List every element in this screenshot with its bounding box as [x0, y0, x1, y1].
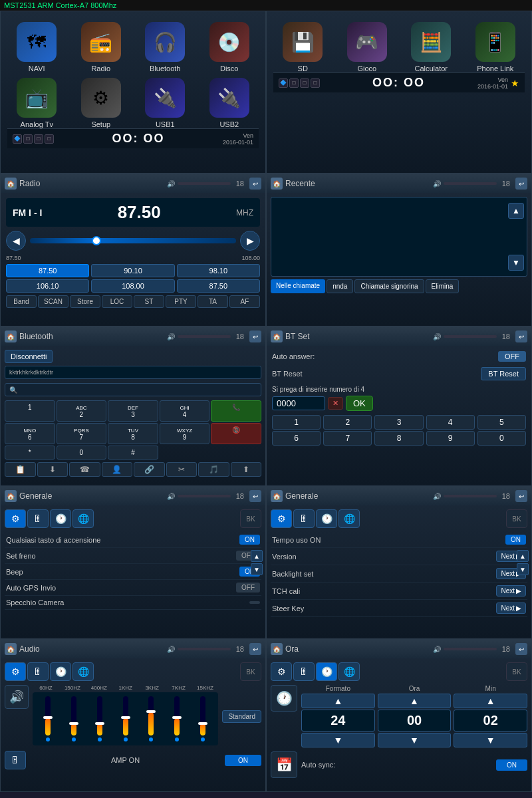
numpad-7[interactable]: PQRS7: [57, 423, 107, 444]
audio-bk[interactable]: BK: [240, 662, 261, 681]
btset-num-3[interactable]: 3: [374, 415, 423, 430]
btset-num-9[interactable]: 9: [426, 431, 475, 446]
gen1-toggle-4[interactable]: [249, 601, 260, 604]
bt-home-icon[interactable]: 🏠: [5, 331, 17, 342]
gen1-back-btn[interactable]: ↩: [249, 490, 261, 502]
ctrl-st[interactable]: ST: [134, 295, 164, 308]
numpad-0[interactable]: 0: [57, 446, 107, 460]
ora-tab-eq[interactable]: 🎚: [293, 662, 315, 681]
btset-pin-input[interactable]: [272, 396, 325, 410]
home-icon-gioco[interactable]: 🎮 Gioco: [338, 22, 397, 72]
formato-down[interactable]: ▼: [301, 733, 375, 747]
bt-back-btn[interactable]: ↩: [249, 331, 261, 342]
radio-back-btn[interactable]: ↩: [249, 178, 261, 190]
btset-pin-clear[interactable]: ✕: [328, 397, 343, 410]
numpad-hangup[interactable]: 📵: [211, 423, 261, 444]
gen1-toggle-0[interactable]: ON: [239, 535, 260, 545]
numpad-star[interactable]: *: [5, 446, 55, 460]
preset-4[interactable]: 106.10: [6, 279, 89, 293]
numpad-1[interactable]: 1: [5, 400, 55, 422]
tab-nelle-chiamate[interactable]: Nelle chiamate: [271, 279, 325, 293]
gen1-vol-slider[interactable]: [178, 495, 231, 497]
ctrl-store[interactable]: Store: [70, 295, 100, 308]
autosync-toggle[interactable]: ON: [496, 759, 527, 771]
numpad-hash[interactable]: #: [108, 446, 158, 460]
home-icon-radio[interactable]: 📻 Radio: [72, 22, 131, 72]
bt-action-7[interactable]: ⬆: [231, 462, 262, 477]
gen1-toggle-3[interactable]: OFF: [236, 583, 260, 593]
btset-num-7[interactable]: 7: [323, 431, 372, 446]
audio-tab-clock[interactable]: 🕐: [50, 662, 71, 681]
btset-vol-slider[interactable]: [444, 335, 497, 338]
home-icon-bluetooth[interactable]: 🎧 Bluetooth: [136, 22, 195, 72]
btset-back-btn[interactable]: ↩: [515, 331, 527, 342]
gen2-tab-gear[interactable]: ⚙: [271, 509, 292, 528]
home-icon-phonelink[interactable]: 📱 Phone Link: [466, 22, 525, 72]
audio-tab-eq-btn[interactable]: 🎚: [5, 751, 26, 769]
gen2-home-icon[interactable]: 🏠: [271, 490, 283, 502]
radio-tuner-slider[interactable]: [30, 238, 236, 243]
bt-disconnect-btn[interactable]: Disconnetti: [5, 350, 53, 363]
btset-num-6[interactable]: 6: [272, 431, 321, 446]
ora-tab-clock[interactable]: 🕐: [316, 662, 337, 681]
gen1-tab-gear[interactable]: ⚙: [5, 509, 26, 528]
bt-action-5[interactable]: ✂: [166, 462, 198, 477]
ora-tab-globe[interactable]: 🌐: [338, 662, 360, 681]
home-icon-tv[interactable]: 📺 Analog Tv: [7, 78, 66, 128]
numpad-4[interactable]: GHI4: [160, 400, 210, 422]
numpad-2[interactable]: ABC2: [57, 400, 107, 422]
gen2-toggle-0[interactable]: ON: [505, 535, 526, 545]
ctrl-band[interactable]: Band: [6, 295, 37, 308]
ora-vol-slider[interactable]: [444, 648, 497, 650]
btset-num-2[interactable]: 2: [323, 415, 372, 430]
ora-calendar-icon[interactable]: 📅: [271, 751, 297, 778]
ctrl-loc[interactable]: LOC: [102, 295, 132, 308]
gen2-vol-slider[interactable]: [444, 495, 497, 497]
min-up[interactable]: ▲: [454, 694, 527, 708]
radio-prev-btn[interactable]: ◀: [6, 231, 26, 251]
tab-nnda[interactable]: nnda: [327, 279, 353, 293]
preset-6[interactable]: 87.50: [177, 279, 260, 293]
recente-vol-slider[interactable]: [444, 182, 497, 185]
gen2-tab-globe[interactable]: 🌐: [338, 509, 360, 528]
gen2-tab-eq[interactable]: 🎚: [293, 509, 315, 528]
audio-tab-gear[interactable]: ⚙: [5, 662, 26, 681]
bt-action-6[interactable]: 🎵: [198, 462, 229, 477]
btset-num-8[interactable]: 8: [374, 431, 423, 446]
ora-back-btn[interactable]: ↩: [515, 643, 527, 655]
numpad-call[interactable]: 📞: [211, 400, 261, 422]
preset-5[interactable]: 108.00: [91, 279, 174, 293]
gen1-tab-globe[interactable]: 🌐: [72, 509, 94, 528]
bt-action-2[interactable]: ☎: [69, 462, 100, 477]
bt-action-3[interactable]: 👤: [102, 462, 133, 477]
gen1-tab-eq[interactable]: 🎚: [27, 509, 49, 528]
numpad-8[interactable]: TUV8: [108, 423, 158, 444]
recente-home-icon[interactable]: 🏠: [271, 178, 283, 190]
home-icon-setup[interactable]: ⚙ Setup: [72, 78, 131, 128]
gen1-home-icon[interactable]: 🏠: [5, 490, 17, 502]
home-icon-sd[interactable]: 💾 SD: [273, 22, 332, 72]
audio-home-icon[interactable]: 🏠: [5, 643, 17, 655]
btset-autoanswer-toggle[interactable]: OFF: [498, 351, 526, 362]
eq-bar-2[interactable]: [88, 696, 112, 741]
btset-ok-btn[interactable]: OK: [346, 396, 373, 411]
home-icon-usb2[interactable]: 🔌 USB2: [200, 78, 259, 128]
eq-bar-4[interactable]: [140, 696, 163, 741]
btset-num-5[interactable]: 5: [477, 415, 526, 430]
radio-vol-slider[interactable]: [178, 182, 231, 185]
tab-elimina[interactable]: Elimina: [426, 279, 460, 293]
gen2-next-4[interactable]: Next ▶: [496, 602, 526, 614]
ora-down[interactable]: ▼: [378, 733, 452, 747]
bt-action-0[interactable]: 📋: [5, 462, 36, 477]
min-down[interactable]: ▼: [454, 733, 527, 747]
gen1-scroll-up[interactable]: ▲: [251, 550, 263, 562]
home-icon-dvd[interactable]: 💿 Disco: [200, 22, 259, 72]
eq-bar-0[interactable]: [37, 696, 60, 741]
numpad-6[interactable]: MNO6: [5, 423, 55, 444]
recente-back-btn[interactable]: ↩: [515, 178, 527, 190]
ora-up[interactable]: ▲: [378, 694, 452, 708]
ctrl-pty[interactable]: PTY: [166, 295, 196, 308]
audio-vol-slider[interactable]: [178, 648, 231, 650]
ctrl-ta[interactable]: TA: [198, 295, 228, 308]
preset-1[interactable]: 87.50: [6, 264, 89, 277]
